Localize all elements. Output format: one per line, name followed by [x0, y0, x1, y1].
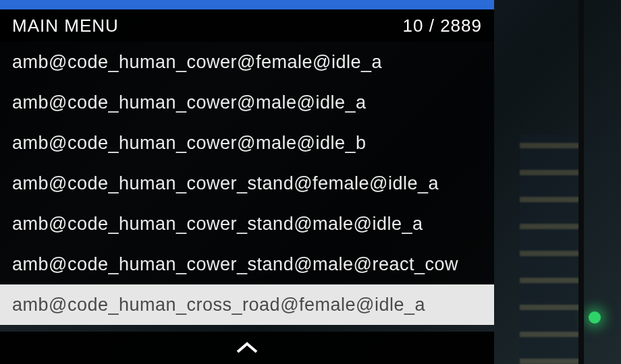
list-item[interactable]: amb@code_human_cower@male@idle_a: [0, 82, 494, 123]
list-item[interactable]: amb@code_human_cross_road@female@idle_a: [0, 284, 494, 325]
list-item-label: amb@code_human_cower_stand@female@idle_a: [12, 173, 439, 194]
list-item[interactable]: amb@code_human_cower_stand@male@idle_a: [0, 204, 494, 244]
list-item[interactable]: amb@code_human_cower_stand@male@react_co…: [0, 244, 494, 284]
list-item[interactable]: amb@code_human_cower_stand@female@idle_a: [0, 163, 494, 204]
menu-list[interactable]: amb@code_human_cower@female@idle_aamb@co…: [0, 42, 494, 332]
accent-bar: [0, 0, 494, 9]
list-item[interactable]: amb@code_human_cower@female@idle_a: [0, 42, 494, 82]
menu-counter: 10 / 2889: [403, 16, 482, 36]
list-item-label: amb@code_human_cross_road@female@idle_a: [12, 295, 425, 315]
main-menu-panel: MAIN MENU 10 / 2889 amb@code_human_cower…: [0, 0, 494, 364]
list-item-label: amb@code_human_cower_stand@male@idle_a: [12, 214, 423, 235]
list-item-label: amb@code_human_cower_stand@male@react_co…: [12, 254, 458, 275]
background-pole: [578, 0, 584, 364]
menu-title: MAIN MENU: [12, 16, 119, 36]
list-item-label: amb@code_human_cower@male@idle_b: [12, 133, 367, 154]
menu-footer: [0, 332, 494, 364]
list-item-label: amb@code_human_cower@female@idle_a: [12, 52, 382, 73]
menu-header: MAIN MENU 10 / 2889: [0, 9, 494, 42]
list-item-label: amb@code_human_cower@male@idle_a: [12, 92, 367, 113]
list-item[interactable]: amb@code_human_cower@male@idle_b: [0, 123, 494, 163]
chevron-up-icon[interactable]: [236, 342, 259, 354]
